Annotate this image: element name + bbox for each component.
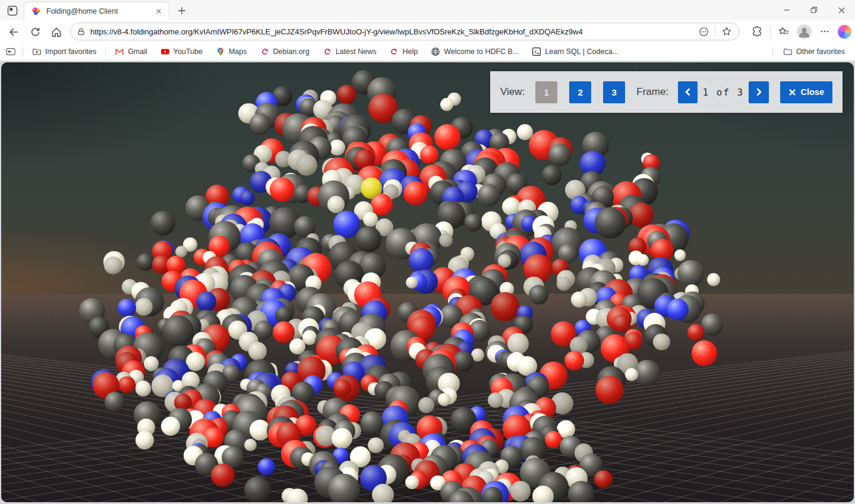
settings-more-button[interactable]: [817, 24, 832, 39]
next-frame-button[interactable]: [749, 81, 768, 103]
atom-sphere: [240, 191, 255, 206]
atom-sphere: [542, 165, 562, 185]
atom-sphere: [674, 249, 686, 261]
atom-sphere: [296, 154, 318, 176]
tab-close-icon[interactable]: [153, 6, 164, 17]
bookmark-item-3[interactable]: Debian.org: [256, 45, 314, 59]
other-favorites-label: Other favorites: [796, 47, 845, 56]
bookmark-item-5[interactable]: Help: [385, 45, 422, 59]
url-text[interactable]: https://v8-4.foldingathome.org/KvIAmIWPI…: [90, 27, 696, 36]
favorites-button[interactable]: [776, 24, 791, 39]
profile-button[interactable]: [797, 24, 812, 39]
atom-sphere: [637, 254, 649, 266]
atom-sphere: [677, 260, 704, 287]
refresh-button[interactable]: [27, 24, 43, 40]
bookmarks-divider: [23, 47, 23, 57]
import-favorites-button[interactable]: Import favorites: [28, 45, 100, 59]
bookmark-item-0[interactable]: Gmail: [111, 45, 152, 59]
atom-sphere: [613, 315, 630, 332]
bookmark-item-7[interactable]: cLearn SQL | Codeca...: [528, 45, 623, 59]
atom-sphere: [629, 202, 654, 227]
new-tab-button[interactable]: [175, 4, 188, 17]
back-icon: [8, 26, 20, 38]
atom-sphere: [135, 381, 152, 397]
view-button-3[interactable]: 3: [603, 81, 625, 103]
bookmark-label: Welcome to HDFC B...: [444, 47, 519, 56]
atom-sphere: [244, 439, 257, 451]
navbar-divider: [770, 27, 771, 37]
atom-sphere: [105, 392, 125, 412]
bookmark-label: YouTube: [173, 47, 203, 56]
bookmarks-divider-3: [772, 47, 773, 57]
extensions-puzzle-icon: [751, 26, 763, 37]
bookmark-item-4[interactable]: Latest News: [318, 45, 381, 59]
refresh-icon: [30, 27, 41, 38]
debian-icon: [260, 47, 270, 56]
window-controls: [773, 0, 855, 20]
browser-tab[interactable]: Folding@home Client: [24, 2, 169, 20]
tab-title: Folding@home Client: [46, 7, 153, 15]
back-button[interactable]: [6, 24, 21, 40]
atom-sphere: [692, 340, 718, 366]
browser-titlebar: Folding@home Client: [0, 0, 855, 20]
restore-button[interactable]: [800, 0, 828, 20]
bookmark-item-2[interactable]: Maps: [212, 45, 251, 59]
codecademy-icon: c: [532, 47, 541, 56]
atom-sphere: [482, 487, 503, 502]
bookmark-label: Maps: [229, 47, 247, 56]
molecule-canvas[interactable]: View: 123 Frame: 1 of 3 Close: [1, 62, 854, 502]
debian-icon: [323, 47, 332, 56]
frame-status: 1 of 3: [698, 87, 749, 98]
youtube-icon: [160, 47, 170, 56]
previous-frame-button[interactable]: [678, 81, 698, 103]
globe-icon: [431, 47, 440, 56]
atom-sphere: [557, 277, 571, 291]
extensions-button[interactable]: [749, 24, 765, 39]
minimize-button[interactable]: [773, 0, 800, 20]
atom-sphere: [440, 98, 454, 112]
bookmark-label: Latest News: [336, 47, 377, 56]
atom-sphere: [118, 376, 135, 393]
import-favorites-label: Import favorites: [45, 47, 96, 56]
other-favorites-button[interactable]: Other favorites: [779, 45, 849, 59]
bookmark-item-6[interactable]: Welcome to HDFC B...: [427, 45, 523, 59]
atom-sphere: [118, 299, 136, 317]
atom-sphere: [409, 248, 433, 272]
atom-sphere: [135, 298, 153, 316]
bookmark-label: Learn SQL | Codeca...: [545, 47, 619, 56]
svg-text:c: c: [534, 49, 537, 55]
view-button-2[interactable]: 2: [569, 81, 591, 103]
atom-sphere: [372, 484, 394, 502]
add-favorite-button[interactable]: [719, 24, 734, 39]
sidebar-toggle-icon[interactable]: [6, 47, 18, 56]
atom-sphere: [355, 226, 381, 252]
avatar-icon: [797, 24, 812, 39]
copilot-icon[interactable]: [838, 25, 851, 39]
home-button[interactable]: [49, 24, 64, 40]
frame-label: Frame:: [636, 86, 668, 98]
atom-sphere: [653, 334, 670, 350]
restore-icon: [809, 5, 819, 15]
atom-sphere: [270, 177, 295, 202]
atom-sphere: [420, 145, 438, 164]
import-favorites-folder-icon: [32, 47, 42, 56]
tab-actions-menu-button[interactable]: [5, 4, 20, 18]
view-buttons: 123: [535, 81, 625, 103]
atom-sphere: [595, 207, 626, 239]
atom-sphere: [488, 392, 503, 408]
atom-sphere: [403, 181, 428, 205]
bookmark-label: Gmail: [128, 47, 147, 56]
foldingathome-favicon-icon: [31, 7, 41, 16]
bookmarks-divider-2: [105, 47, 106, 57]
url-bar[interactable]: https://v8-4.foldingathome.org/KvIAmIWPI…: [70, 23, 740, 40]
close-viewer-button[interactable]: Close: [780, 81, 833, 103]
lock-icon[interactable]: [77, 27, 86, 36]
atom-sphere: [150, 211, 175, 236]
permissions-button[interactable]: [696, 24, 711, 39]
bookmark-item-1[interactable]: YouTube: [156, 45, 207, 59]
star-icon: [721, 26, 732, 37]
atom-sphere: [196, 291, 217, 312]
view-button-1[interactable]: 1: [535, 81, 557, 103]
atom-sphere: [337, 85, 356, 104]
close-window-button[interactable]: [828, 0, 855, 20]
